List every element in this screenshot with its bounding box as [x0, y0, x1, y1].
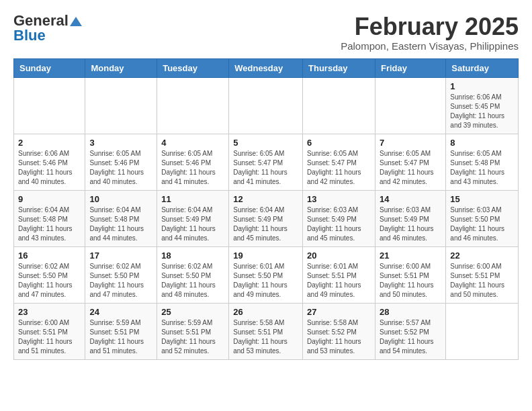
- day-number: 11: [161, 194, 224, 204]
- day-number: 1: [450, 81, 514, 91]
- day-info: Sunrise: 6:02 AM Sunset: 5:50 PM Dayligh…: [18, 262, 81, 300]
- day-number: 24: [89, 307, 152, 317]
- calendar-cell: [446, 303, 519, 359]
- day-info: Sunrise: 6:02 AM Sunset: 5:50 PM Dayligh…: [161, 262, 224, 300]
- calendar-cell: 20Sunrise: 6:01 AM Sunset: 5:51 PM Dayli…: [303, 246, 375, 303]
- logo-blue: Blue: [13, 27, 46, 44]
- svg-marker-0: [70, 17, 82, 26]
- calendar-cell: 6Sunrise: 6:05 AM Sunset: 5:47 PM Daylig…: [303, 134, 375, 190]
- day-number: 9: [18, 194, 81, 204]
- calendar-cell: 18Sunrise: 6:02 AM Sunset: 5:50 PM Dayli…: [157, 246, 229, 303]
- day-info: Sunrise: 6:05 AM Sunset: 5:47 PM Dayligh…: [307, 149, 371, 187]
- header-friday: Friday: [375, 58, 445, 77]
- day-number: 8: [450, 138, 514, 148]
- day-number: 10: [89, 194, 152, 204]
- day-number: 3: [89, 138, 152, 148]
- calendar-cell: [85, 77, 157, 134]
- title-block: February 2025 Palompon, Eastern Visayas,…: [341, 13, 519, 52]
- calendar-cell: 16Sunrise: 6:02 AM Sunset: 5:50 PM Dayli…: [14, 246, 85, 303]
- day-number: 18: [161, 250, 224, 261]
- calendar-cell: 24Sunrise: 5:59 AM Sunset: 5:51 PM Dayli…: [85, 303, 157, 359]
- calendar-cell: 1Sunrise: 6:06 AM Sunset: 5:45 PM Daylig…: [446, 77, 519, 134]
- calendar-cell: [303, 77, 375, 134]
- logo-text: General Blue: [13, 13, 82, 43]
- week-row-3: 9Sunrise: 6:04 AM Sunset: 5:48 PM Daylig…: [14, 190, 519, 246]
- day-number: 16: [18, 250, 81, 261]
- day-number: 12: [233, 194, 298, 204]
- calendar-cell: 19Sunrise: 6:01 AM Sunset: 5:50 PM Dayli…: [229, 246, 303, 303]
- day-info: Sunrise: 6:05 AM Sunset: 5:46 PM Dayligh…: [89, 149, 152, 187]
- calendar-table: Sunday Monday Tuesday Wednesday Thursday…: [13, 58, 519, 360]
- day-info: Sunrise: 6:00 AM Sunset: 5:51 PM Dayligh…: [450, 262, 514, 300]
- day-number: 23: [18, 307, 81, 317]
- calendar-cell: [157, 77, 229, 134]
- day-number: 13: [307, 194, 371, 204]
- week-row-2: 2Sunrise: 6:06 AM Sunset: 5:46 PM Daylig…: [14, 134, 519, 190]
- day-info: Sunrise: 6:05 AM Sunset: 5:47 PM Dayligh…: [380, 149, 441, 187]
- day-number: 4: [161, 138, 224, 148]
- week-row-4: 16Sunrise: 6:02 AM Sunset: 5:50 PM Dayli…: [14, 246, 519, 303]
- calendar-cell: 5Sunrise: 6:05 AM Sunset: 5:47 PM Daylig…: [229, 134, 303, 190]
- calendar-cell: 26Sunrise: 5:58 AM Sunset: 5:51 PM Dayli…: [229, 303, 303, 359]
- day-info: Sunrise: 6:03 AM Sunset: 5:49 PM Dayligh…: [380, 205, 441, 243]
- header-saturday: Saturday: [446, 58, 519, 77]
- week-row-1: 1Sunrise: 6:06 AM Sunset: 5:45 PM Daylig…: [14, 77, 519, 134]
- day-info: Sunrise: 6:01 AM Sunset: 5:50 PM Dayligh…: [233, 262, 298, 300]
- calendar-cell: 23Sunrise: 6:00 AM Sunset: 5:51 PM Dayli…: [14, 303, 85, 359]
- day-number: 17: [89, 250, 152, 261]
- calendar-cell: 27Sunrise: 5:58 AM Sunset: 5:52 PM Dayli…: [303, 303, 375, 359]
- calendar-cell: 22Sunrise: 6:00 AM Sunset: 5:51 PM Dayli…: [446, 246, 519, 303]
- day-info: Sunrise: 6:00 AM Sunset: 5:51 PM Dayligh…: [18, 318, 81, 356]
- logo-icon: [70, 17, 82, 26]
- location: Palompon, Eastern Visayas, Philippines: [341, 40, 519, 52]
- day-number: 2: [18, 138, 81, 148]
- calendar-cell: 11Sunrise: 6:04 AM Sunset: 5:49 PM Dayli…: [157, 190, 229, 246]
- day-info: Sunrise: 6:06 AM Sunset: 5:46 PM Dayligh…: [18, 149, 81, 187]
- header-monday: Monday: [85, 58, 157, 77]
- logo: General Blue: [13, 13, 82, 43]
- day-number: 5: [233, 138, 298, 148]
- day-number: 27: [307, 307, 371, 317]
- day-number: 15: [450, 194, 514, 204]
- calendar-cell: 8Sunrise: 6:05 AM Sunset: 5:48 PM Daylig…: [446, 134, 519, 190]
- day-number: 28: [380, 307, 441, 317]
- day-info: Sunrise: 6:01 AM Sunset: 5:51 PM Dayligh…: [307, 262, 371, 300]
- weekday-header-row: Sunday Monday Tuesday Wednesday Thursday…: [14, 58, 519, 77]
- day-number: 25: [161, 307, 224, 317]
- calendar-cell: 2Sunrise: 6:06 AM Sunset: 5:46 PM Daylig…: [14, 134, 85, 190]
- page-header: General Blue February 2025 Palompon, Eas…: [13, 13, 519, 52]
- calendar-cell: 15Sunrise: 6:03 AM Sunset: 5:50 PM Dayli…: [446, 190, 519, 246]
- day-info: Sunrise: 5:58 AM Sunset: 5:51 PM Dayligh…: [233, 318, 298, 356]
- day-info: Sunrise: 5:57 AM Sunset: 5:52 PM Dayligh…: [380, 318, 441, 356]
- header-tuesday: Tuesday: [157, 58, 229, 77]
- day-info: Sunrise: 6:05 AM Sunset: 5:46 PM Dayligh…: [161, 149, 224, 187]
- calendar-cell: 17Sunrise: 6:02 AM Sunset: 5:50 PM Dayli…: [85, 246, 157, 303]
- day-info: Sunrise: 5:59 AM Sunset: 5:51 PM Dayligh…: [89, 318, 152, 356]
- day-info: Sunrise: 6:04 AM Sunset: 5:48 PM Dayligh…: [18, 205, 81, 243]
- calendar-cell: 14Sunrise: 6:03 AM Sunset: 5:49 PM Dayli…: [375, 190, 445, 246]
- calendar-cell: 21Sunrise: 6:00 AM Sunset: 5:51 PM Dayli…: [375, 246, 445, 303]
- day-info: Sunrise: 6:05 AM Sunset: 5:48 PM Dayligh…: [450, 149, 514, 187]
- day-number: 22: [450, 250, 514, 261]
- header-sunday: Sunday: [14, 58, 85, 77]
- calendar-cell: [14, 77, 85, 134]
- day-info: Sunrise: 6:04 AM Sunset: 5:49 PM Dayligh…: [233, 205, 298, 243]
- day-info: Sunrise: 6:03 AM Sunset: 5:50 PM Dayligh…: [450, 205, 514, 243]
- day-number: 7: [380, 138, 441, 148]
- day-info: Sunrise: 6:02 AM Sunset: 5:50 PM Dayligh…: [89, 262, 152, 300]
- header-wednesday: Wednesday: [229, 58, 303, 77]
- day-number: 26: [233, 307, 298, 317]
- header-thursday: Thursday: [303, 58, 375, 77]
- calendar-cell: 12Sunrise: 6:04 AM Sunset: 5:49 PM Dayli…: [229, 190, 303, 246]
- day-info: Sunrise: 5:59 AM Sunset: 5:51 PM Dayligh…: [161, 318, 224, 356]
- day-info: Sunrise: 6:00 AM Sunset: 5:51 PM Dayligh…: [380, 262, 441, 300]
- day-info: Sunrise: 6:05 AM Sunset: 5:47 PM Dayligh…: [233, 149, 298, 187]
- day-info: Sunrise: 5:58 AM Sunset: 5:52 PM Dayligh…: [307, 318, 371, 356]
- day-number: 21: [380, 250, 441, 261]
- calendar-cell: 7Sunrise: 6:05 AM Sunset: 5:47 PM Daylig…: [375, 134, 445, 190]
- day-info: Sunrise: 6:06 AM Sunset: 5:45 PM Dayligh…: [450, 93, 514, 130]
- calendar-cell: 13Sunrise: 6:03 AM Sunset: 5:49 PM Dayli…: [303, 190, 375, 246]
- day-number: 19: [233, 250, 298, 261]
- day-number: 20: [307, 250, 371, 261]
- calendar-cell: 3Sunrise: 6:05 AM Sunset: 5:46 PM Daylig…: [85, 134, 157, 190]
